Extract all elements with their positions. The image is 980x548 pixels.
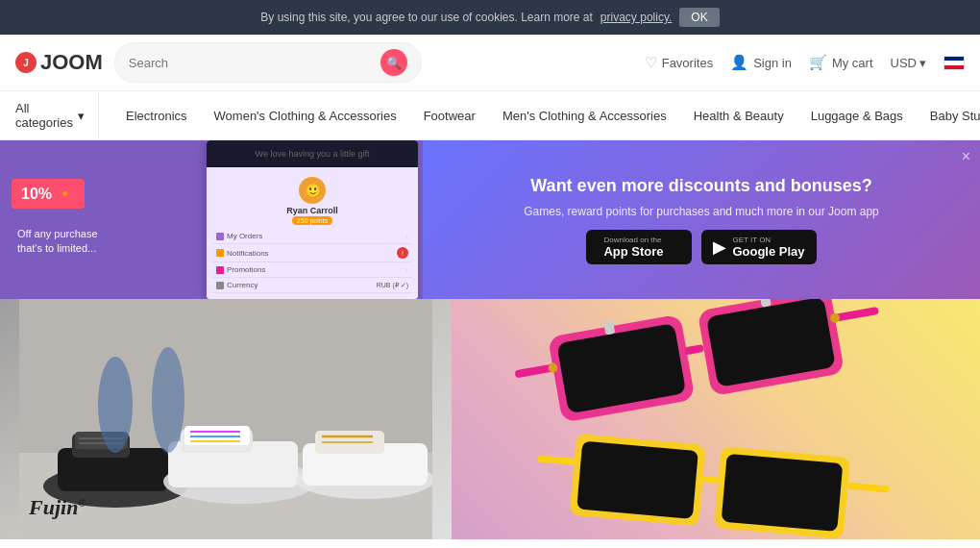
phone-top-bar: We love having you a little gift xyxy=(207,140,418,167)
svg-rect-37 xyxy=(722,454,844,532)
nav-item-womens[interactable]: Women's Clothing & Accessories xyxy=(201,99,410,133)
svg-rect-24 xyxy=(684,344,704,355)
google-play-label: Google Play xyxy=(732,244,804,259)
flag-icon xyxy=(943,56,965,70)
promotions-icon xyxy=(216,266,224,274)
notification-badge: ! xyxy=(397,247,408,259)
app-store-small-text: Download on the xyxy=(603,236,663,244)
header: J JOOM 🔍 ♡ Favorites 👤 Sign in 🛒 My cart… xyxy=(0,35,980,91)
google-play-icon: ▶ xyxy=(713,237,726,258)
search-icon: 🔍 xyxy=(386,56,402,70)
phone-header-text: We love having you a little gift xyxy=(256,149,370,159)
header-actions: ♡ Favorites 👤 Sign in 🛒 My cart USD ▾ xyxy=(645,54,965,71)
chevron-down-icon: ▾ xyxy=(78,109,85,123)
nav-item-mens[interactable]: Men's Clothing & Accessories xyxy=(489,99,680,133)
promo-left-banner: 10% 🔸 Off any purchase that's to limited… xyxy=(0,140,423,299)
main-content: 10% 🔸 Off any purchase that's to limited… xyxy=(0,140,980,539)
logo-icon: J xyxy=(15,52,37,73)
nav-item-health[interactable]: Health & Beauty xyxy=(680,99,797,133)
svg-rect-35 xyxy=(700,475,719,484)
cookie-ok-button[interactable]: OK xyxy=(679,8,719,27)
logo-text: JOOM xyxy=(40,50,103,75)
shoes-image: Fujin® xyxy=(0,299,452,539)
main-nav: All categories ▾ Electronics Women's Clo… xyxy=(0,91,980,140)
orders-icon xyxy=(216,233,224,240)
nav-item-luggage[interactable]: Luggage & Bags xyxy=(797,99,917,133)
cookie-banner: By using this site, you agree to our use… xyxy=(0,0,980,35)
promo-right-banner: × Want even more discounts and bonuses? … xyxy=(423,140,980,299)
phone-profile: 🙂 Ryan Carroll 250 points xyxy=(212,173,412,229)
discount-tag: 10% 🔸 xyxy=(12,179,85,209)
phone-menu-currency: Currency RUB (₽ ✓) xyxy=(212,278,412,293)
google-play-small-text: GET IT ON xyxy=(732,236,804,244)
currency-value: USD xyxy=(891,56,917,70)
phone-menu-orders: My Orders › xyxy=(212,229,412,244)
svg-rect-28 xyxy=(834,307,879,322)
chevron-icon-2: › xyxy=(405,265,408,274)
bottom-banners: Fujin® xyxy=(0,299,980,539)
search-bar: 🔍 xyxy=(114,42,422,83)
sunglasses-svg xyxy=(490,299,942,539)
logo[interactable]: J JOOM xyxy=(15,50,103,75)
promo-title: Want even more discounts and bonuses? xyxy=(530,175,871,197)
cart-icon: 🛒 xyxy=(809,54,827,71)
svg-point-20 xyxy=(98,357,133,453)
cookie-text: By using this site, you agree to our use… xyxy=(260,11,593,24)
svg-rect-39 xyxy=(847,483,889,493)
phone-menu-promotions: Promotions › xyxy=(212,262,412,278)
app-buttons: Download on the App Store ▶ GET IT ON Go… xyxy=(586,230,816,264)
nav-item-electronics[interactable]: Electronics xyxy=(112,99,201,133)
phone-screen: 🙂 Ryan Carroll 250 points My Orders › xyxy=(207,167,418,299)
user-icon: 👤 xyxy=(730,54,748,71)
privacy-policy-link[interactable]: privacy policy. xyxy=(600,11,672,24)
svg-point-21 xyxy=(152,347,184,453)
all-categories-label: All categories xyxy=(15,101,73,130)
purple-background: 10% 🔸 Off any purchase that's to limited… xyxy=(0,140,202,299)
search-input[interactable] xyxy=(129,56,380,70)
signin-label: Sign in xyxy=(753,56,792,70)
favorites-link[interactable]: ♡ Favorites xyxy=(645,54,713,71)
svg-rect-38 xyxy=(537,456,578,466)
cart-link[interactable]: 🛒 My cart xyxy=(809,54,873,71)
fujin-logo: Fujin® xyxy=(29,495,86,520)
all-categories-dropdown[interactable]: All categories ▾ xyxy=(15,91,99,139)
heart-icon: ♡ xyxy=(645,54,657,71)
points-badge: 250 points xyxy=(292,216,332,225)
google-play-button[interactable]: ▶ GET IT ON Google Play xyxy=(701,230,816,264)
chevron-icon: › xyxy=(405,232,408,240)
search-button[interactable]: 🔍 xyxy=(380,49,407,76)
nav-item-baby[interactable]: Baby Stuff xyxy=(917,99,980,133)
avatar: 🙂 xyxy=(299,177,326,204)
close-button[interactable]: × xyxy=(962,148,970,165)
currency-arrow: ▾ xyxy=(919,56,926,70)
diamond-icon: 🔸 xyxy=(56,186,75,202)
phone-mockup: We love having you a little gift 🙂 Ryan … xyxy=(207,140,418,299)
promo-subtitle: Games, reward points for purchases and m… xyxy=(524,203,879,220)
nav-item-footwear[interactable]: Footwear xyxy=(410,99,489,133)
signin-link[interactable]: 👤 Sign in xyxy=(730,54,792,71)
notifications-icon xyxy=(216,249,224,257)
currency-value-phone: RUB (₽ ✓) xyxy=(377,282,408,289)
phone-menu-notifications: Notifications ! xyxy=(212,244,412,262)
promo-left-text: Off any purchase that's to limited... xyxy=(17,227,98,257)
shoes-banner[interactable]: Fujin® xyxy=(0,299,452,539)
favorites-label: Favorites xyxy=(662,56,713,70)
svg-rect-34 xyxy=(576,441,698,519)
app-store-button[interactable]: Download on the App Store xyxy=(586,230,692,264)
currency-icon xyxy=(216,282,224,289)
sunglasses-banner[interactable] xyxy=(452,299,980,539)
currency-selector[interactable]: USD ▾ xyxy=(891,56,926,70)
top-banners: 10% 🔸 Off any purchase that's to limited… xyxy=(0,140,980,299)
cart-label: My cart xyxy=(832,56,873,70)
app-store-label: App Store xyxy=(603,244,663,259)
user-name: Ryan Carroll xyxy=(286,206,338,215)
